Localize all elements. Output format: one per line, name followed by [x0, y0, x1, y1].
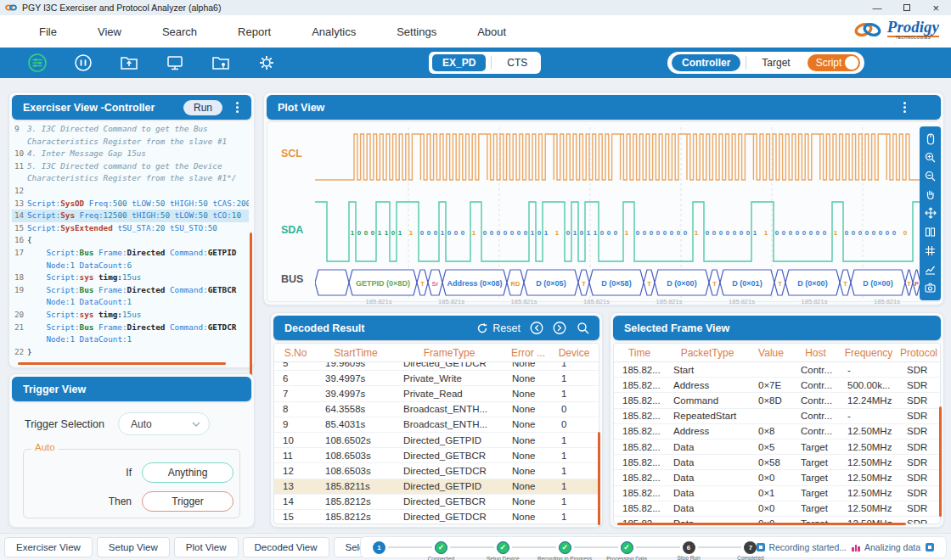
table-row[interactable]: 519.9609sDirected_GETDCRNone1 — [274, 362, 599, 371]
plot-menu-icon[interactable] — [897, 102, 912, 113]
zoom-out-icon[interactable] — [924, 170, 937, 183]
next-frame-icon[interactable] — [553, 322, 566, 335]
exerciser-menu-icon[interactable] — [229, 102, 245, 113]
code-line[interactable]: 21 Script:Bus Frame:Directed Command:GET… — [12, 322, 249, 334]
table-row[interactable]: 864.3558sBroadcast_ENTH...None0 — [274, 402, 599, 417]
column-header[interactable]: Time — [614, 347, 665, 359]
menu-item-settings[interactable]: Settings — [376, 25, 457, 38]
code-line[interactable]: 19 Script:Bus Frame:Directed Command:GET… — [12, 284, 249, 297]
pan-hand-icon[interactable] — [924, 188, 937, 202]
column-header[interactable]: Error ... — [504, 347, 553, 359]
editor-vscrollbar[interactable] — [250, 232, 252, 385]
column-header[interactable]: Frequency — [839, 347, 898, 359]
code-line[interactable]: 22} — [12, 346, 249, 359]
code-line[interactable]: Node:1 DataCount:1 — [12, 333, 249, 346]
role-target-button[interactable]: Target — [751, 54, 800, 71]
table-row[interactable]: 185.82...Address0×7EContr...500.00k...SD… — [614, 378, 940, 393]
table-row[interactable]: 185.82...Command0×8DContr...12.24MHzSDR — [614, 393, 940, 408]
plot-canvas[interactable]: SCL SDA BUS 1000110110001000100000001011… — [267, 121, 941, 302]
table-row[interactable]: 739.4997sPrivate_ReadNone1 — [274, 386, 599, 401]
exerciser-sliders-icon[interactable] — [27, 53, 48, 73]
code-line[interactable]: 16{ — [12, 234, 249, 247]
table-row[interactable]: 639.4997sPrivate_WriteNone1 — [274, 371, 599, 386]
code-line[interactable]: 20 Script:sys timg:15us — [12, 309, 249, 322]
menu-item-file[interactable]: File — [19, 25, 77, 38]
folder-upload-icon[interactable] — [119, 53, 139, 73]
chart-icon[interactable] — [924, 262, 937, 276]
tab-plot-view[interactable]: Plot View — [174, 537, 239, 557]
code-line[interactable]: 15Script:SysExtended tSU_STA:20 tSU_STO:… — [12, 222, 249, 235]
gear-icon[interactable] — [256, 53, 277, 73]
table-row[interactable]: 15185.8212sDirected_GETDCRNone1 — [274, 510, 599, 524]
maximize-button[interactable] — [903, 4, 910, 11]
table-row[interactable]: 10108.6502sDirected_GETPIDNone1 — [274, 433, 599, 448]
menu-item-report[interactable]: Report — [217, 25, 291, 38]
then-action-button[interactable]: Trigger — [142, 491, 234, 512]
table-row[interactable]: 185.82...Data0×1Target12.50MHzSDR — [614, 486, 940, 501]
code-editor[interactable]: 93. I3C Directed Command to get the BusC… — [12, 123, 249, 362]
menu-item-about[interactable]: About — [457, 25, 526, 38]
column-header[interactable]: Device — [553, 347, 595, 359]
code-line[interactable]: Node:1 DataCount:1 — [12, 296, 249, 309]
menu-item-view[interactable]: View — [77, 25, 142, 38]
column-header[interactable]: PacketType — [665, 347, 750, 359]
code-line[interactable]: 104. Inter Message Gap 15us — [12, 148, 249, 160]
split-view-icon[interactable] — [924, 225, 937, 238]
code-line[interactable]: 12 — [12, 185, 249, 198]
code-line[interactable]: 13Script:SysOD Freq:500 tLOW:50 tHIGH:50… — [12, 198, 249, 210]
grid-icon[interactable] — [924, 244, 937, 257]
column-header[interactable]: Protocol — [898, 347, 939, 359]
decoded-vscrollbar[interactable] — [598, 432, 600, 525]
table-row[interactable]: 185.82...RepeatedStartContr...-SDR — [614, 409, 940, 424]
menu-item-analytics[interactable]: Analytics — [291, 25, 376, 38]
code-line[interactable]: 14Script:Sys Freq:12500 tHIGH:50 tLOW:50… — [12, 210, 249, 222]
column-header[interactable]: S.No — [274, 347, 317, 359]
minimize-button[interactable]: — — [872, 3, 881, 13]
table-row[interactable]: 185.82...Data0×5Target12.50MHzSDR — [614, 440, 940, 455]
table-row[interactable]: 185.82...Data0×58Target12.50MHzSDR — [614, 455, 940, 470]
camera-icon[interactable] — [924, 281, 937, 294]
table-row[interactable]: 13185.8211sDirected_GETPIDNone1 — [274, 479, 599, 495]
trigger-selection-dropdown[interactable]: Auto — [118, 412, 210, 435]
tab-setup-view[interactable]: Setup View — [97, 537, 170, 557]
pause-icon[interactable] — [73, 53, 93, 73]
code-line[interactable]: Characteristics Register from the slave … — [12, 172, 249, 185]
if-condition-button[interactable]: Anything — [142, 462, 234, 483]
prev-frame-icon[interactable] — [530, 322, 543, 335]
table-row[interactable]: 185.82...Data0×0Target12.50MHzSDR — [614, 501, 940, 517]
column-header[interactable]: Value — [750, 347, 792, 359]
run-button[interactable]: Run — [183, 100, 222, 115]
table-row[interactable]: 185.82...Address0×8Contr...12.50MHzSDR — [614, 424, 940, 440]
table-row[interactable]: 185.82...StartContr...-SDR — [614, 362, 940, 378]
code-line[interactable]: Node:1 DataCount:6 — [12, 260, 249, 272]
column-header[interactable]: Host — [792, 347, 839, 359]
code-line[interactable]: 18 Script:sys timg:15us — [12, 272, 249, 284]
tab-decoded-view[interactable]: Decoded View — [243, 537, 329, 557]
menu-item-search[interactable]: Search — [142, 25, 217, 38]
cursor-mouse-icon[interactable] — [924, 132, 937, 146]
mode-cts-button[interactable]: CTS — [497, 54, 537, 71]
table-row[interactable]: 11108.6503sDirected_GETBCRNone1 — [274, 448, 599, 463]
reset-button[interactable]: Reset — [476, 322, 521, 334]
tab-exerciser-view[interactable]: Exerciser View — [4, 537, 93, 557]
mode-ex-pd-button[interactable]: EX_PD — [432, 54, 486, 71]
editor-hscrollbar[interactable] — [18, 362, 226, 365]
column-header[interactable]: StartTime — [317, 347, 395, 359]
table-row[interactable]: 14185.8212sDirected_GETBCRNone1 — [274, 495, 599, 510]
search-icon[interactable] — [576, 322, 589, 335]
table-row[interactable]: 12108.6503sDirected_GETDCRNone1 — [274, 463, 599, 479]
selected-hscrollbar[interactable] — [617, 523, 906, 525]
display-icon[interactable] — [165, 53, 185, 73]
role-controller-button[interactable]: Controller — [672, 54, 740, 71]
code-line[interactable]: Characteristics Register from the slave … — [12, 136, 249, 148]
script-toggle[interactable]: Script — [808, 54, 861, 71]
table-row[interactable]: 185.82...Data0×0Target12.50MHzSDR — [614, 470, 940, 485]
code-line[interactable]: 115. I3C Directed command to get the Dev… — [12, 160, 249, 173]
move-icon[interactable] — [924, 206, 937, 220]
code-line[interactable]: 93. I3C Directed Command to get the Bus — [12, 123, 249, 136]
table-row[interactable]: 985.4031sBroadcast_ENTH...None0 — [274, 417, 599, 433]
zoom-in-icon[interactable] — [924, 151, 937, 165]
code-line[interactable]: 17 Script:Bus Frame:Directed Command:GET… — [12, 247, 249, 260]
folder-pin-icon[interactable] — [211, 53, 231, 73]
column-header[interactable]: FrameType — [395, 347, 504, 359]
